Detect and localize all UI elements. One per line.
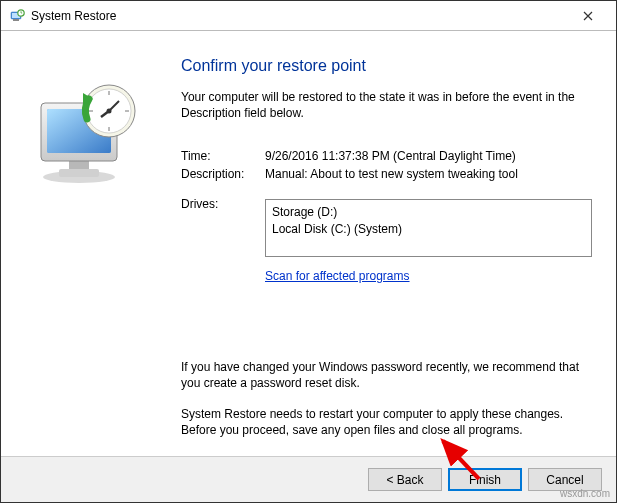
drives-row: Drives: Storage (D:) Local Disk (C:) (Sy…: [181, 197, 592, 257]
time-row: Time: 9/26/2016 11:37:38 PM (Central Day…: [181, 149, 592, 163]
finish-button[interactable]: Finish: [448, 468, 522, 491]
drives-list: Storage (D:) Local Disk (C:) (System): [265, 199, 592, 257]
svg-rect-2: [13, 19, 19, 21]
intro-text: Your computer will be restored to the st…: [181, 89, 592, 121]
drive-item: Local Disk (C:) (System): [272, 221, 585, 237]
content-area: Confirm your restore point Your computer…: [1, 31, 616, 456]
watermark: wsxdn.com: [560, 488, 610, 499]
left-column: [1, 51, 181, 456]
description-value: Manual: About to test new system tweakin…: [265, 167, 592, 181]
app-icon: [9, 8, 25, 24]
page-heading: Confirm your restore point: [181, 57, 592, 75]
time-label: Time:: [181, 149, 265, 163]
drive-item: Storage (D:): [272, 204, 585, 220]
description-label: Description:: [181, 167, 265, 181]
description-row: Description: Manual: About to test new s…: [181, 167, 592, 181]
back-button[interactable]: < Back: [368, 468, 442, 491]
password-note: If you have changed your Windows passwor…: [181, 359, 592, 391]
time-value: 9/26/2016 11:37:38 PM (Central Daylight …: [265, 149, 592, 163]
restart-note: System Restore needs to restart your com…: [181, 406, 592, 438]
right-column: Confirm your restore point Your computer…: [181, 51, 592, 456]
scan-affected-programs-link[interactable]: Scan for affected programs: [265, 269, 592, 283]
close-button[interactable]: [568, 2, 608, 30]
drives-label: Drives:: [181, 197, 265, 257]
window-title: System Restore: [31, 9, 568, 23]
system-restore-icon: [31, 81, 141, 191]
svg-point-18: [107, 109, 112, 114]
footer-buttons: < Back Finish Cancel: [1, 456, 616, 502]
svg-rect-6: [59, 169, 99, 177]
titlebar: System Restore: [1, 1, 616, 31]
system-restore-window: System Restore: [0, 0, 617, 503]
